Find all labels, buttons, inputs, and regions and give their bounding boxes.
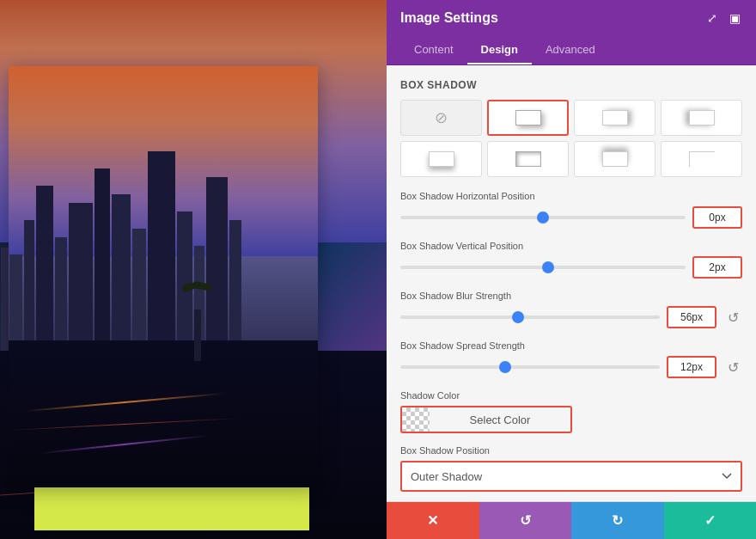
shadow-option-none[interactable]: ⊘ (400, 100, 482, 136)
panel-header: Image Settings ⤢ ▣ (387, 0, 756, 36)
vertical-position-slider-wrapper (400, 266, 686, 269)
shadow-style-grid: ⊘ (400, 100, 742, 177)
spread-strength-control: 12px ↺ (400, 356, 742, 378)
select-color-button[interactable]: Select Color (400, 406, 572, 433)
reset-icon: ↺ (520, 512, 531, 529)
vertical-position-label: Box Shadow Vertical Position (400, 241, 742, 251)
vertical-position-control: 2px (400, 256, 742, 279)
horizontal-position-slider[interactable] (400, 216, 686, 219)
panel-title: Image Settings (400, 10, 498, 26)
horizontal-position-input[interactable]: 0px (692, 206, 742, 229)
tab-bar: Content Design Advanced (387, 36, 756, 65)
tab-advanced[interactable]: Advanced (532, 36, 609, 64)
bottom-toolbar: ✕ ↺ ↻ ✓ (387, 501, 756, 539)
shadow-option-bottom[interactable] (400, 141, 482, 177)
shadow-position-row: Box Shadow Position Outer Shadow Inner S… (400, 445, 742, 492)
spread-strength-slider-wrapper (400, 365, 660, 369)
shadow-option-outer[interactable] (487, 100, 569, 136)
settings-panel: Image Settings ⤢ ▣ Content Design Advanc… (387, 0, 756, 539)
blur-strength-slider-wrapper (400, 315, 660, 319)
reset-button[interactable]: ↺ (479, 502, 572, 539)
cancel-icon: ✕ (427, 512, 438, 529)
save-icon: ✓ (704, 512, 716, 529)
shadow-preview-inner (515, 151, 541, 167)
spread-strength-label: Box Shadow Spread Strength (400, 340, 742, 351)
horizontal-position-slider-wrapper (400, 216, 686, 219)
redo-button[interactable]: ↻ (571, 502, 664, 539)
shadow-preview-bottom (429, 151, 454, 167)
color-swatch (402, 407, 430, 432)
vertical-position-input[interactable]: 2px (692, 256, 742, 279)
spread-strength-slider[interactable] (400, 365, 660, 369)
settings-icon[interactable]: ▣ (727, 10, 742, 26)
spread-strength-input[interactable]: 12px (667, 356, 716, 378)
spread-strength-row: Box Shadow Spread Strength 12px ↺ (400, 340, 742, 378)
cancel-button[interactable]: ✕ (387, 502, 479, 539)
blur-strength-input[interactable]: 56px (667, 306, 716, 328)
shadow-preview-outer2 (602, 110, 628, 126)
white-card (9, 66, 318, 487)
save-button[interactable]: ✓ (664, 502, 757, 539)
shadow-color-label: Shadow Color (400, 390, 742, 401)
blur-strength-label: Box Shadow Blur Strength (400, 291, 742, 301)
header-icons: ⤢ ▣ (704, 10, 742, 26)
blur-strength-slider[interactable] (400, 315, 660, 319)
resize-icon[interactable]: ⤢ (704, 10, 720, 26)
shadow-preview-side (602, 151, 628, 167)
shadow-position-label: Box Shadow Position (400, 445, 742, 456)
blur-strength-row: Box Shadow Blur Strength 56px ↺ (400, 291, 742, 328)
shadow-option-inner[interactable] (487, 141, 569, 177)
shadow-preview-corner (689, 151, 715, 167)
horizontal-position-control: 0px (400, 206, 742, 229)
spread-reset-button[interactable]: ↺ (723, 358, 742, 377)
shadow-option-side[interactable] (574, 141, 655, 177)
shadow-option-outer2[interactable] (574, 100, 655, 136)
select-color-label: Select Color (430, 413, 570, 426)
horizontal-position-row: Box Shadow Horizontal Position 0px (400, 191, 742, 229)
blur-reset-button[interactable]: ↺ (723, 308, 742, 327)
box-shadow-section-title: Box Shadow (400, 79, 742, 91)
horizontal-position-label: Box Shadow Horizontal Position (400, 191, 742, 201)
shadow-preview-outer (515, 110, 541, 126)
redo-icon: ↻ (612, 512, 623, 529)
vertical-position-row: Box Shadow Vertical Position 2px (400, 241, 742, 279)
shadow-position-select[interactable]: Outer Shadow Inner Shadow (400, 461, 742, 492)
vertical-position-slider[interactable] (400, 266, 686, 269)
panel-content: Box Shadow ⊘ (387, 65, 756, 501)
shadow-preview-outer3 (689, 110, 715, 126)
tab-content[interactable]: Content (400, 36, 467, 64)
image-preview-panel (0, 0, 387, 539)
shadow-color-row: Shadow Color Select Color (400, 390, 742, 433)
shadow-option-corner[interactable] (661, 141, 742, 177)
blur-strength-control: 56px ↺ (400, 306, 742, 328)
shadow-option-outer3[interactable] (661, 100, 742, 136)
no-shadow-icon: ⊘ (435, 108, 448, 127)
tab-design[interactable]: Design (467, 36, 532, 64)
